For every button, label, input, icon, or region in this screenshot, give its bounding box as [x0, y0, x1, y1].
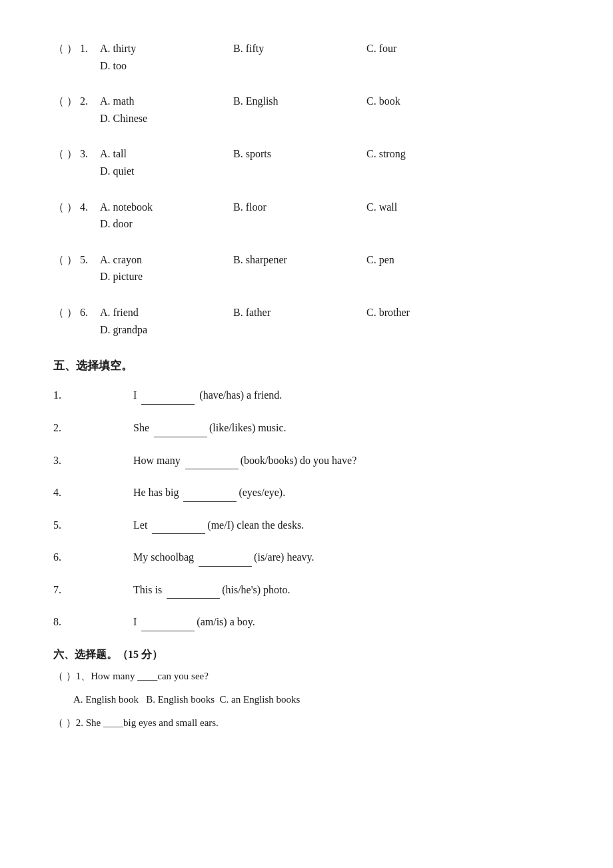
option-5b: B. sharpener	[233, 251, 340, 269]
sec6-q1-options: A. English book B. English books C. an E…	[53, 691, 560, 709]
fill-q3: 3. How many (book/books) do you have?	[53, 452, 560, 470]
fill-text-3: How many (book/books) do you have?	[133, 452, 356, 470]
fill-indent-4	[80, 484, 133, 501]
section4-questions: （ ） 1. A. thirty B. fifty C. four D. too…	[53, 40, 560, 338]
option-6b: B. father	[233, 304, 340, 321]
option-4a: A. notebook	[100, 199, 207, 216]
option-2b: B. English	[233, 93, 340, 110]
options-6: A. friend B. father C. brother D. grandp…	[100, 304, 560, 338]
sec6-bracket-2: （ ）2. She ____big eyes and small ears.	[53, 714, 219, 732]
fill-text-5: Let (me/I) clean the desks.	[133, 517, 304, 535]
option-6c: C. brother	[366, 304, 473, 321]
bracket-6: （ ）	[53, 304, 77, 321]
option-1a: A. thirty	[100, 40, 207, 57]
sec6-q1: （ ）1、How many ____can you see?	[53, 667, 560, 685]
fill-num-5: 5.	[53, 517, 80, 534]
options-3: A. tall B. sports C. strong D. quiet	[100, 145, 560, 179]
option-6d: D. grandpa	[100, 321, 207, 339]
bracket-3: （ ）	[53, 145, 77, 163]
qnum-3: 3.	[80, 145, 96, 163]
question-row-3: （ ） 3. A. tall B. sports C. strong D. qu…	[53, 145, 560, 179]
option-1c: C. four	[366, 40, 473, 57]
question-row-1: （ ） 1. A. thirty B. fifty C. four D. too	[53, 40, 560, 74]
option-3c: C. strong	[366, 145, 473, 163]
fill-q5: 5. Let (me/I) clean the desks.	[53, 517, 560, 535]
sec6-bracket-1: （ ）1、How many ____can you see?	[53, 667, 209, 685]
blank-8	[141, 613, 195, 631]
qnum-5: 5.	[80, 251, 96, 269]
fill-text-6: My schoolbag (is/are) heavy.	[133, 549, 314, 567]
fill-text-7: This is (his/he's) photo.	[133, 581, 291, 599]
option-2c: C. book	[366, 93, 473, 110]
fill-text-2: She (like/likes) music.	[133, 419, 287, 437]
question-row-5: （ ） 5. A. crayon B. sharpener C. pen D. …	[53, 251, 560, 285]
fill-indent-8	[80, 613, 133, 631]
sec6-options-1: A. English book B. English books C. an E…	[73, 691, 300, 709]
option-2a: A. math	[100, 93, 207, 110]
blank-5	[152, 517, 205, 535]
fill-q1: 1. I (have/has) a friend.	[53, 387, 560, 405]
fill-q2: 2. She (like/likes) music.	[53, 419, 560, 437]
fill-num-3: 3.	[53, 452, 80, 469]
blank-1	[141, 387, 195, 405]
option-4b: B. floor	[233, 199, 340, 216]
option-5a: A. crayon	[100, 251, 207, 269]
blank-6	[199, 549, 252, 567]
bracket-4: （ ）	[53, 199, 77, 216]
section5-title: 五、选择填空。	[53, 357, 560, 375]
question-row-4: （ ） 4. A. notebook B. floor C. wall D. d…	[53, 199, 560, 233]
fill-q6: 6. My schoolbag (is/are) heavy.	[53, 549, 560, 567]
option-1b: B. fifty	[233, 40, 340, 57]
question-row-2: （ ） 2. A. math B. English C. book D. Chi…	[53, 93, 560, 127]
options-1: A. thirty B. fifty C. four D. too	[100, 40, 560, 74]
section6-title: 六、选择题。（15 分）	[53, 646, 560, 663]
bracket-1: （ ）	[53, 40, 77, 57]
blank-7	[167, 581, 220, 599]
option-4d: D. door	[100, 215, 207, 233]
fill-num-4: 4.	[53, 484, 80, 501]
fill-text-8: I (am/is) a boy.	[133, 613, 255, 631]
option-6a: A. friend	[100, 304, 207, 321]
option-1d: D. too	[100, 57, 207, 75]
sec6-q2: （ ）2. She ____big eyes and small ears.	[53, 714, 560, 732]
blank-2	[154, 419, 207, 437]
bracket-5: （ ）	[53, 251, 77, 269]
fill-q8: 8. I (am/is) a boy.	[53, 613, 560, 631]
fill-num-2: 2.	[53, 419, 80, 437]
section6: 六、选择题。（15 分） （ ）1、How many ____can you s…	[53, 646, 560, 732]
option-4c: C. wall	[366, 199, 473, 216]
options-4: A. notebook B. floor C. wall D. door	[100, 199, 560, 233]
fill-text-4: He has big (eyes/eye).	[133, 484, 285, 502]
option-2d: D. Chinese	[100, 110, 207, 127]
fill-num-8: 8.	[53, 613, 80, 631]
fill-text-1: I (have/has) a friend.	[133, 387, 282, 405]
options-5: A. crayon B. sharpener C. pen D. picture	[100, 251, 560, 285]
qnum-2: 2.	[80, 93, 96, 110]
fill-num-1: 1.	[53, 387, 80, 404]
question-row-6: （ ） 6. A. friend B. father C. brother D.…	[53, 304, 560, 338]
option-3a: A. tall	[100, 145, 207, 163]
options-2: A. math B. English C. book D. Chinese	[100, 93, 560, 127]
section5: 五、选择填空。 1. I (have/has) a friend. 2. She…	[53, 357, 560, 631]
option-3b: B. sports	[233, 145, 340, 163]
qnum-6: 6.	[80, 304, 96, 321]
blank-3	[185, 452, 239, 470]
blank-4	[183, 484, 237, 502]
fill-q7: 7. This is (his/he's) photo.	[53, 581, 560, 599]
bracket-2: （ ）	[53, 93, 77, 110]
fill-num-7: 7.	[53, 581, 80, 599]
option-3d: D. quiet	[100, 163, 207, 180]
option-5d: D. picture	[100, 268, 207, 285]
qnum-1: 1.	[80, 40, 96, 57]
option-5c: C. pen	[366, 251, 473, 269]
fill-num-6: 6.	[53, 549, 80, 566]
qnum-4: 4.	[80, 199, 96, 216]
fill-q4: 4. He has big (eyes/eye).	[53, 484, 560, 502]
